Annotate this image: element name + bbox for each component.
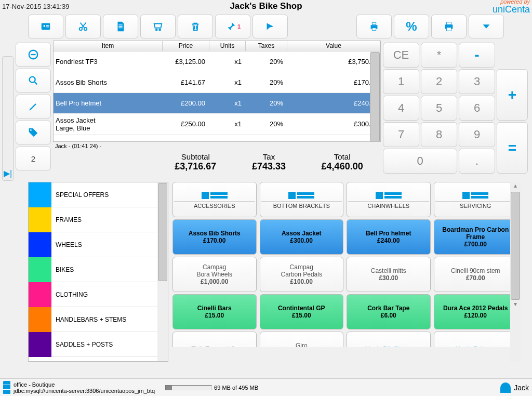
category-item[interactable]: FRAMES [29, 207, 168, 232]
user-icon [500, 382, 511, 393]
memory-text: 69 MB of 495 MB [214, 385, 258, 391]
key-1[interactable]: 1 [383, 69, 419, 94]
product-button[interactable]: Castelli mitts£30.00 [347, 257, 431, 292]
ticket-number[interactable]: 2 [16, 147, 51, 170]
print-button[interactable] [431, 15, 467, 38]
discount-button[interactable]: % [394, 15, 429, 38]
col-price: Price [163, 41, 209, 51]
key-ce[interactable]: CE [383, 43, 419, 68]
product-category[interactable]: ACCESSORIES [172, 182, 257, 217]
powered-by: powered by uniCenta [493, 0, 530, 14]
ticket-row[interactable]: Fondriest TF3£3,125.00x120%£3,750.00 [54, 51, 380, 72]
category-item[interactable]: BIKES [29, 257, 168, 282]
product-category[interactable]: CHAINWHEELS [347, 182, 431, 217]
pin-button[interactable]: 1 [215, 15, 250, 38]
toolbar: 1 % [0, 12, 532, 41]
product-button[interactable]: Boardman Pro Carbon Frame£700.00 [434, 219, 518, 255]
product-scrollbar[interactable]: ▴▾ [510, 182, 521, 362]
ticket-info: Jack - (01:41 24) - [53, 142, 381, 150]
key-equals[interactable]: = [497, 122, 528, 174]
customer-button[interactable] [28, 15, 63, 38]
edit-button[interactable] [16, 95, 51, 118]
product-button[interactable]: Cinelli 90cm stem£70.00 [434, 257, 518, 292]
key-4[interactable]: 4 [383, 96, 419, 121]
cut-button[interactable] [65, 15, 101, 38]
col-units: Units [209, 41, 246, 51]
status-bar: office - Boutique jdbc:mysql://unicenta-… [0, 378, 532, 396]
category-item[interactable]: HANDLEBARS + STEMS [29, 307, 168, 332]
product-category[interactable]: SERVICING [434, 182, 518, 217]
category-item[interactable]: WHEELS [29, 232, 168, 257]
product-button[interactable]: Giro Factor Shoes [260, 332, 344, 347]
key-7[interactable]: 7 [383, 122, 419, 147]
ticket-scrollbar[interactable] [370, 51, 380, 141]
shop-name: Jack's Bike Shop [230, 1, 302, 11]
key-9[interactable]: 9 [459, 122, 495, 147]
key-star[interactable]: * [421, 43, 457, 68]
key-6[interactable]: 6 [459, 96, 495, 121]
svg-rect-6 [118, 24, 122, 25]
svg-point-9 [156, 29, 157, 31]
category-list: SPECIAL OFFERSFRAMESWHEELSBIKESCLOTHINGH… [28, 182, 168, 362]
expand-icon: ▶| [4, 168, 12, 178]
key-0[interactable]: 0 [383, 149, 457, 174]
svg-rect-15 [446, 22, 451, 25]
svg-rect-13 [372, 28, 376, 31]
cart-button[interactable] [140, 15, 176, 38]
print-split-button[interactable] [356, 15, 392, 38]
status-jdbc: jdbc:mysql://unicenta-server:3306/unicen… [14, 388, 155, 394]
tax-value: £743.33 [252, 161, 286, 172]
ticket-row[interactable]: Bell Pro helmet£200.00x120%£240.00 [54, 93, 380, 114]
product-button[interactable]: Cinelli Bars£15.00 [172, 294, 257, 329]
search-button[interactable] [16, 69, 51, 93]
product-button[interactable]: Bell Pro helmet£240.00 [347, 219, 431, 255]
tag-button[interactable] [16, 121, 51, 144]
product-button[interactable]: Mavic Fulcrum [434, 332, 518, 347]
key-minus[interactable]: - [459, 43, 495, 68]
svg-rect-12 [372, 23, 376, 25]
product-button[interactable]: Assos Bib Shorts£170.00 [172, 219, 257, 255]
svg-rect-8 [118, 28, 122, 28]
product-button[interactable]: Contintental GP£15.00 [260, 294, 344, 329]
ticket-row[interactable]: Assos Bib Shorts£141.67x120%£170.00 [54, 72, 380, 93]
document-button[interactable] [103, 15, 138, 38]
product-button[interactable]: Dura Ace 2012 Pedals£120.00 [434, 294, 518, 329]
col-taxes: Taxes [246, 41, 287, 51]
category-item[interactable]: SADDLES + POSTS [29, 332, 168, 357]
category-item[interactable]: CLOTHING [29, 282, 168, 307]
product-button[interactable]: Mavic Bib Shorts [347, 332, 431, 347]
key-5[interactable]: 5 [421, 96, 457, 121]
ticket-table: Item Price Units Taxes Value Fondriest T… [53, 41, 381, 142]
product-button[interactable]: Cork Bar Tape£6.00 [347, 294, 431, 329]
left-rail[interactable]: ▶| [2, 56, 14, 181]
product-grid: ACCESSORIESBOTTOM BRACKETSCHAINWHEELSSER… [170, 182, 520, 362]
key-8[interactable]: 8 [421, 122, 457, 147]
product-button[interactable]: Campag Carbon Pedals£100.00 [260, 257, 344, 292]
user-name: Jack [514, 384, 529, 392]
product-button[interactable]: Fizik Tour saddle [172, 332, 257, 347]
svg-rect-3 [46, 27, 49, 27]
subtotal-label: Subtotal [175, 152, 216, 161]
svg-point-1 [43, 25, 45, 27]
remove-line-button[interactable] [16, 43, 51, 67]
export-button[interactable] [252, 15, 288, 38]
svg-rect-2 [46, 25, 49, 25]
ticket-row[interactable]: Assos Jacket Large, Blue£250.00x120%£300… [54, 114, 380, 135]
dropdown-button[interactable] [469, 15, 504, 38]
key-3[interactable]: 3 [459, 69, 495, 94]
col-item: Item [54, 41, 163, 51]
category-scrollbar[interactable] [157, 182, 168, 361]
key-dot[interactable]: . [459, 149, 495, 174]
svg-point-18 [30, 77, 35, 83]
database-icon [3, 381, 10, 394]
key-plus[interactable]: + [497, 69, 528, 121]
key-2[interactable]: 2 [421, 69, 457, 94]
product-category[interactable]: BOTTOM BRACKETS [260, 182, 344, 217]
timestamp: 17-Nov-2015 13:41:39 [2, 3, 69, 10]
trash-button[interactable] [178, 15, 213, 38]
category-item[interactable]: SPECIAL OFFERS [29, 182, 168, 207]
product-button[interactable]: Assos Jacket£300.00 [260, 219, 344, 255]
product-button[interactable]: Campag Bora Wheels£1,000.00 [172, 257, 257, 292]
subtotal-value: £3,716.67 [175, 161, 216, 172]
svg-rect-16 [446, 28, 451, 31]
